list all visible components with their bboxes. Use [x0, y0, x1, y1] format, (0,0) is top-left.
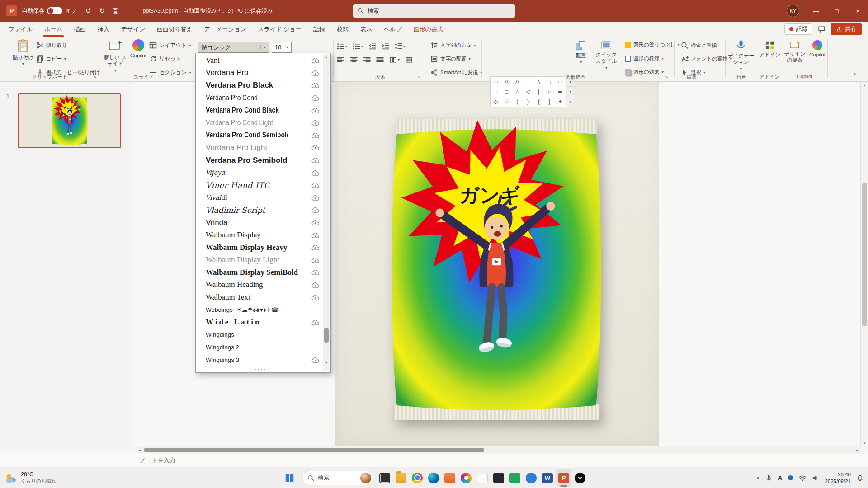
replace-fonts-button[interactable]: フォントの置換▾ — [681, 55, 732, 63]
shape-option[interactable]: + — [555, 97, 566, 107]
shape-option[interactable]: A — [501, 77, 512, 87]
shape-option[interactable]: { — [533, 97, 544, 107]
ribbon-tab[interactable]: ファイル — [3, 22, 38, 37]
scroll-right-icon[interactable]: ▸ — [854, 447, 860, 453]
taskbar-app[interactable] — [458, 469, 474, 487]
horizontal-scroll-thumb[interactable] — [144, 448, 484, 452]
dictate-button[interactable]: ディクテーション▾ — [727, 39, 755, 71]
taskbar-app[interactable] — [442, 469, 458, 487]
ribbon-tab[interactable]: スライド ショー — [252, 22, 307, 37]
shape-option[interactable]: ◁ — [523, 87, 533, 97]
font-list-item[interactable]: Viner Hand ITC — [197, 179, 323, 192]
taskbar-app[interactable] — [524, 469, 539, 487]
font-list-item[interactable]: Verdana Pro Semibold — [197, 154, 323, 167]
font-list-item[interactable]: Wingdings 2 — [197, 341, 323, 354]
reset-button[interactable]: リセット — [149, 55, 181, 63]
align-center-icon[interactable] — [350, 56, 358, 64]
font-list-item[interactable]: Vivaldi — [197, 192, 323, 204]
columns-button[interactable]: ▾ — [389, 56, 400, 64]
shape-option[interactable]: ) — [523, 97, 533, 107]
shape-fill-button[interactable]: 図形の塗りつぶし▾ — [625, 42, 679, 48]
font-name-combobox[interactable]: 游ゴシック ▾ — [198, 42, 269, 53]
ribbon-tab[interactable]: ホーム — [38, 22, 68, 37]
wifi-icon[interactable] — [799, 475, 806, 481]
location-icon[interactable] — [788, 475, 793, 480]
hidden-icons-chevron[interactable]: ∧ — [756, 475, 760, 480]
font-list-item[interactable]: Vani — [197, 54, 323, 67]
font-list-item[interactable]: Walbaum Display Light — [197, 254, 323, 267]
paste-button[interactable]: 貼り付け▾ — [12, 39, 34, 66]
font-list-item[interactable]: Walbaum Heading — [197, 279, 323, 291]
taskbar-app[interactable] — [393, 469, 409, 487]
shape-option[interactable]: □ — [501, 87, 512, 97]
find-replace-button[interactable]: 検索と置換 — [681, 42, 717, 49]
undo-icon[interactable]: ↺ — [82, 5, 95, 17]
shape-effects-button[interactable]: 図形の効果▾ — [625, 69, 664, 75]
dropdown-scroll-down-icon[interactable]: ▾ — [323, 360, 330, 366]
addins-button[interactable]: アドイン — [759, 40, 781, 58]
font-list-item[interactable]: Wide Latin — [197, 316, 323, 328]
font-list-item[interactable]: Verdana Pro Cond Black — [197, 104, 323, 117]
vertical-scrollbar[interactable]: ▴ ▾ — [860, 82, 868, 446]
minimize-button[interactable]: — — [806, 0, 826, 22]
copilot-pane-button[interactable]: Copilot — [807, 40, 827, 58]
shape-gallery-down-icon[interactable]: ▾ — [567, 86, 574, 96]
font-list-item[interactable]: Walbaum Text — [197, 291, 323, 304]
shape-gallery-more-icon[interactable]: ≡ — [567, 97, 574, 107]
quick-access-dropdown-icon[interactable]: ▾ — [123, 5, 136, 17]
shape-option[interactable]: — — [523, 77, 533, 87]
copilot-ribbon-button[interactable]: Copilot — [128, 39, 148, 59]
titlebar-search[interactable]: 検索 — [353, 4, 515, 18]
font-list-item[interactable]: Walbaum Display Heavy — [197, 241, 323, 254]
redo-icon[interactable]: ↻ — [96, 5, 108, 17]
shape-option[interactable]: △ — [512, 87, 523, 97]
shape-option[interactable]: ⌐ — [544, 87, 555, 97]
font-list-item[interactable]: Wingdings — [197, 328, 323, 341]
shape-option[interactable]: ☆ — [501, 97, 512, 107]
taskbar-app[interactable] — [475, 469, 490, 487]
taskbar-app[interactable] — [507, 469, 523, 487]
taskbar-app[interactable]: W — [540, 469, 555, 487]
share-button[interactable]: 共有 — [831, 23, 862, 35]
convert-to-smartart-button[interactable]: SmartArt に変換▾ — [430, 69, 482, 76]
font-dropdown-scrollbar[interactable]: ▴ ▾ — [323, 54, 330, 371]
font-list-item[interactable]: Walbaum Display — [197, 229, 323, 241]
maximize-button[interactable]: □ — [826, 0, 847, 22]
align-right-icon[interactable] — [363, 56, 371, 64]
taskbar-app[interactable]: P — [556, 469, 571, 487]
powerpoint-app-icon[interactable]: P — [6, 5, 17, 16]
scroll-left-icon[interactable]: ◂ — [137, 447, 143, 453]
ribbon-tab[interactable]: 校閲 — [331, 22, 354, 37]
taskbar-app[interactable] — [426, 469, 441, 487]
text-direction-button[interactable]: 文字列の方向▾ — [430, 42, 476, 49]
taskbar-app[interactable] — [491, 469, 506, 487]
font-list-item[interactable]: Wingdings 3 — [197, 353, 323, 366]
taskbar-app[interactable] — [377, 469, 392, 487]
font-size-combobox[interactable]: 18 ▾ — [272, 42, 292, 53]
font-list-item[interactable]: Vrinda — [197, 216, 323, 229]
decrease-indent-button[interactable] — [368, 42, 376, 50]
ribbon-tab[interactable]: 図形の書式 — [408, 22, 449, 37]
taskbar-search[interactable]: 検索 — [302, 471, 373, 485]
font-list-item[interactable]: Vladimir Script — [197, 204, 323, 216]
font-list-item[interactable]: Verdana Pro Light — [197, 141, 323, 154]
ribbon-tab[interactable]: 記録 — [307, 22, 331, 37]
font-list-item[interactable]: Verdana Pro Cond — [197, 92, 323, 104]
shape-option[interactable]: A — [512, 77, 523, 87]
shape-outline-button[interactable]: 図形の枠線▾ — [625, 55, 664, 62]
start-button[interactable] — [280, 469, 298, 487]
line-spacing-button[interactable]: ▾ — [395, 42, 405, 50]
microphone-tray-icon[interactable] — [765, 474, 772, 482]
chip-bag-image[interactable] — [385, 119, 608, 420]
ribbon-tab[interactable]: 表示 — [354, 22, 378, 37]
save-icon[interactable] — [109, 5, 122, 17]
font-list-item[interactable]: Webdings ☀☁☂♠♣♥♦✈☎ — [197, 304, 323, 316]
numbering-button[interactable]: ▾ — [353, 42, 363, 50]
dropdown-resize-grip[interactable] — [197, 366, 323, 372]
notifications-bell-icon[interactable] — [857, 474, 863, 482]
shape-option[interactable]: ▭ — [555, 77, 566, 87]
slide-thumbnail[interactable] — [18, 93, 121, 148]
quick-styles-button[interactable]: クイック スタイル▾ — [592, 40, 620, 70]
shape-option[interactable]: │ — [533, 87, 544, 97]
clipboard-dialog-launcher[interactable]: ↘ — [92, 74, 98, 80]
